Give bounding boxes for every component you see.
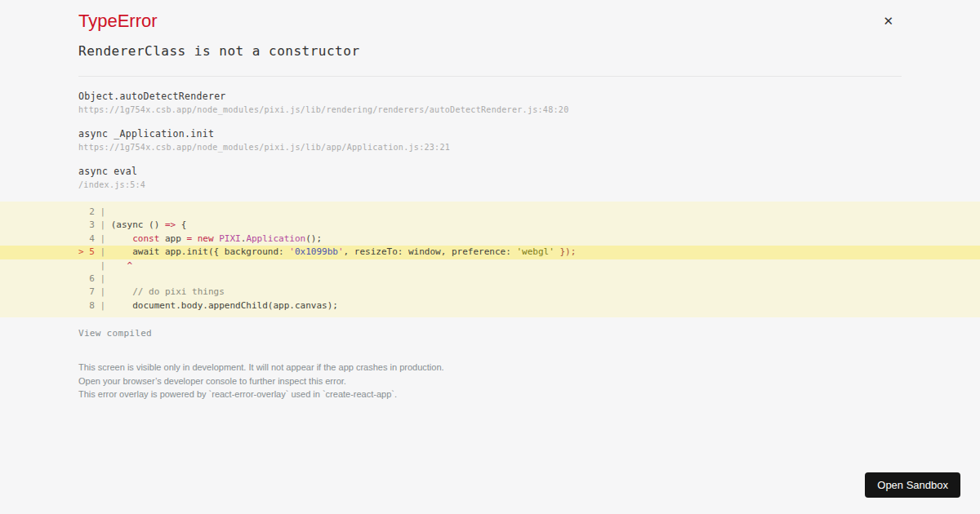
stack-frame[interactable]: Object.autoDetectRenderer https://1g754x… [78,91,902,114]
view-compiled-link[interactable]: View compiled [78,328,152,339]
divider [78,76,902,77]
frame-location: https://1g754x.csb.app/node_modules/pixi… [78,105,902,114]
code-line: | ^ [78,259,980,273]
code-line: 6 | [78,273,980,286]
error-overlay-content: TypeError ✕ RendererClass is not a const… [0,0,980,401]
frame-function: Object.autoDetectRenderer [78,91,902,102]
footer-note: This screen is visible only in developme… [78,361,902,401]
frame-function: async eval [78,166,902,177]
code-line: 3 | (async () => { [78,219,980,232]
frame-location: https://1g754x.csb.app/node_modules/pixi… [78,143,902,152]
code-line: 2 | [78,206,980,219]
frame-function: async _Application.init [78,128,902,140]
code-frame: 2 | 3 | (async () => { 4 | const app = n… [0,202,980,317]
error-header: TypeError ✕ [78,11,902,32]
error-message: RendererClass is not a constructor [78,43,902,59]
code-line: 7 | // do pixi things [78,286,980,299]
close-icon[interactable]: ✕ [880,12,897,31]
footer-line: Open your browser’s developer console to… [78,374,902,388]
footer-line: This screen is visible only in developme… [78,361,902,374]
stack-frames: Object.autoDetectRenderer https://1g754x… [78,91,902,189]
footer-line: This error overlay is powered by `react-… [78,388,902,401]
error-overlay: TypeError ✕ RendererClass is not a const… [0,0,980,514]
code-line: 8 | document.body.appendChild(app.canvas… [78,299,980,312]
stack-frame[interactable]: async _Application.init https://1g754x.c… [78,128,902,152]
error-title: TypeError [78,11,158,32]
frame-location: /index.js:5:4 [78,180,902,189]
code-line: 4 | const app = new PIXI.Application(); [78,233,980,246]
stack-frame[interactable]: async eval /index.js:5:4 [78,166,902,189]
open-sandbox-button[interactable]: Open Sandbox [865,472,960,498]
code-line: > 5 | await app.init({ background: '0x10… [0,246,980,259]
